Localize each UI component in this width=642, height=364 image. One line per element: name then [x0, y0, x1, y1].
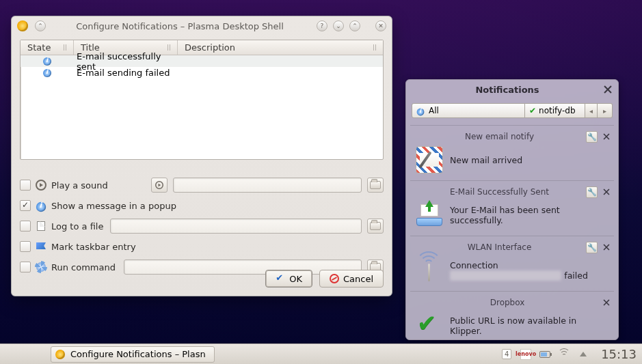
clock[interactable]: 15:13 — [601, 347, 637, 361]
filter-source-combo[interactable]: ✔ notify-db — [525, 103, 585, 118]
network-indicator[interactable] — [559, 349, 570, 360]
table-row[interactable]: E-mail sending failed — [21, 67, 383, 79]
notification-title: New email notify — [413, 132, 586, 141]
wifi-icon — [559, 350, 570, 359]
panel-title: Notifications — [412, 85, 603, 95]
dismiss-notification-button[interactable] — [602, 298, 610, 306]
play-icon — [35, 180, 47, 191]
cancel-button[interactable]: Cancel — [319, 270, 384, 288]
action-play-sound: Play a sound — [20, 175, 384, 195]
configure-notification-button[interactable]: 🔧 — [586, 186, 598, 198]
notifications-table: State Title Description E-mail successfu… — [20, 40, 384, 160]
vendor-indicator[interactable]: lenovo — [520, 349, 531, 360]
titlebar-maximize-button[interactable]: ⌃ — [349, 20, 360, 31]
titlebar-menu-button[interactable]: ⌃ — [35, 20, 46, 31]
notification-item: Dropbox ✔ Public URL is now available in… — [410, 291, 614, 340]
log-label: Log to a file — [51, 221, 106, 232]
titlebar-close-button[interactable]: ✕ — [375, 20, 386, 31]
dismiss-notification-button[interactable] — [602, 243, 610, 251]
log-path-input[interactable] — [110, 219, 362, 234]
run-label: Run command — [51, 262, 120, 272]
sound-path-input[interactable] — [173, 178, 362, 193]
log-checkbox[interactable] — [20, 221, 31, 232]
play-sound-label: Play a sound — [51, 180, 147, 191]
filter-all-combo[interactable]: All — [412, 103, 525, 118]
action-log: Log to a file — [20, 216, 384, 236]
taskbar-label: Mark taskbar entry — [51, 242, 147, 252]
battery-icon — [539, 351, 550, 358]
app-icon — [17, 20, 28, 31]
notification-item: New email notify 🔧 New mail arrived — [410, 125, 614, 180]
keyboard-layout-label: 4 — [502, 349, 511, 359]
body-suffix: failed — [561, 270, 588, 281]
info-icon — [35, 201, 47, 210]
tray-expand-button[interactable] — [578, 349, 589, 360]
ok-button[interactable]: OK — [265, 270, 312, 288]
notification-title: WLAN Interface — [413, 242, 586, 252]
notification-item: E-Mail Successfully Sent 🔧 Your E-Mail h… — [410, 180, 614, 236]
chevron-up-icon — [580, 352, 587, 356]
column-description-label: Description — [185, 42, 235, 53]
mail-sent-icon — [416, 201, 443, 229]
gear-icon — [35, 262, 47, 272]
notification-body: Connection xxxxxxxx xxxxxxxx xxxxx faile… — [450, 260, 608, 281]
row-title: E-mail sending failed — [74, 68, 178, 78]
system-tray: 4 lenovo 15:13 — [501, 347, 637, 361]
mail-compose-icon — [416, 146, 443, 173]
window-title: Configure Notifications – Plasma Desktop… — [46, 21, 314, 31]
ok-label: OK — [289, 274, 302, 284]
dismiss-notification-button[interactable] — [602, 132, 610, 140]
notification-body: Your E-Mail has been sent successfully. — [450, 205, 608, 225]
info-icon — [417, 109, 425, 116]
notifications-panel: Notifications All ✔ notify-db ◂ ▸ New em… — [405, 79, 619, 340]
titlebar-minimize-button[interactable]: ⌄ — [333, 20, 344, 31]
action-popup: Show a message in a popup — [20, 195, 384, 216]
notification-body: New mail arrived — [450, 155, 608, 165]
filter-prev-button[interactable]: ◂ — [585, 103, 598, 118]
redacted-text: xxxxxxxx xxxxxxxx xxxxx — [450, 270, 561, 281]
taskbar: Configure Notifications – Plasn 4 lenovo… — [0, 344, 642, 364]
action-taskbar: Mark taskbar entry — [20, 236, 384, 257]
filter-next-button[interactable]: ▸ — [598, 103, 613, 118]
popup-label: Show a message in a popup — [51, 201, 176, 211]
document-icon — [35, 221, 47, 231]
column-description[interactable]: Description — [178, 40, 383, 55]
column-state-label: State — [27, 42, 51, 53]
taskbar-entry[interactable]: Configure Notifications – Plasn — [51, 346, 215, 363]
cancel-label: Cancel — [343, 274, 373, 284]
taskbar-checkbox[interactable] — [20, 241, 31, 252]
app-icon — [55, 350, 65, 359]
browse-sound-button[interactable] — [367, 178, 384, 193]
notification-title: E-Mail Successfully Sent — [413, 187, 586, 197]
notification-item: WLAN Interface 🔧 Connection xxxxxxxx xxx… — [410, 236, 614, 291]
info-icon — [43, 57, 51, 66]
notification-body: Public URL is now available in Klipper. — [450, 316, 608, 336]
play-sound-checkbox[interactable] — [20, 180, 31, 191]
window-titlebar[interactable]: ⌃ Configure Notifications – Plasma Deskt… — [12, 16, 392, 36]
configure-notification-button[interactable]: 🔧 — [586, 131, 598, 143]
panel-filter-bar: All ✔ notify-db ◂ ▸ — [412, 102, 613, 120]
titlebar-help-button[interactable]: ? — [317, 20, 327, 31]
play-preview-button[interactable] — [151, 178, 168, 193]
info-icon — [43, 69, 51, 77]
filter-source-label: notify-db — [539, 106, 575, 115]
folder-icon — [370, 181, 381, 189]
notification-title: Dropbox — [413, 298, 602, 307]
keyboard-layout-indicator[interactable]: 4 — [501, 349, 512, 360]
battery-indicator[interactable] — [539, 349, 550, 360]
column-state[interactable]: State — [21, 40, 74, 55]
browse-log-button[interactable] — [367, 219, 384, 234]
configure-notification-button[interactable]: 🔧 — [586, 242, 598, 253]
configure-notifications-window: ⌃ Configure Notifications – Plasma Deskt… — [11, 16, 392, 296]
run-checkbox[interactable] — [20, 262, 31, 272]
panel-titlebar: Notifications — [406, 80, 618, 99]
check-icon — [276, 274, 285, 283]
cancel-icon — [330, 274, 339, 283]
dismiss-notification-button[interactable] — [602, 188, 610, 195]
check-icon: ✔ — [529, 106, 536, 115]
wifi-icon — [416, 257, 443, 284]
table-row[interactable]: E-mail successfully sent — [21, 55, 383, 67]
panel-close-button[interactable] — [603, 85, 613, 94]
popup-checkbox[interactable] — [20, 200, 31, 211]
folder-icon — [370, 222, 381, 230]
